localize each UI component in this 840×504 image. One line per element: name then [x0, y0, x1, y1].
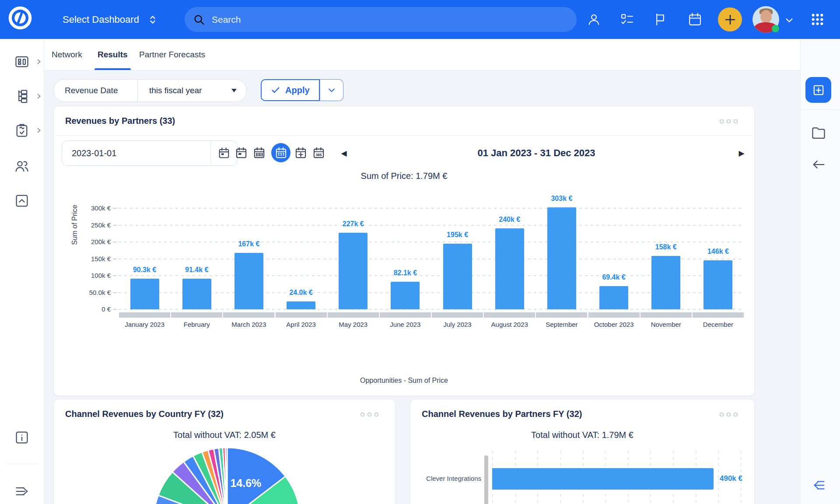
search-icon	[192, 13, 206, 26]
x-axis-band	[588, 312, 640, 318]
y-tick-mark	[113, 208, 117, 209]
hbar-gridline	[718, 451, 719, 504]
pie-slice-label: 14.6%	[230, 477, 261, 489]
chevron-down-icon	[327, 86, 336, 94]
gridline	[119, 259, 744, 259]
bar[interactable]	[651, 256, 680, 309]
x-axis-band	[640, 312, 692, 318]
dashboard-selector[interactable]: Select Dashboard	[63, 0, 158, 39]
contacts-icon[interactable]	[587, 12, 601, 27]
bar[interactable]	[234, 253, 263, 309]
card-title: Channel Revenues by Country FY (32)	[65, 409, 224, 419]
sidebar-item-contacts[interactable]	[0, 152, 44, 180]
card-menu-button[interactable]	[720, 413, 738, 416]
card-revenues-by-partners: Revenues by Partners (33)	[53, 106, 755, 396]
bar-value-label: 303k €	[536, 195, 588, 203]
bar[interactable]	[704, 260, 732, 309]
y-tick-label: 300k €	[54, 204, 111, 212]
tab-results[interactable]: Results	[98, 39, 128, 70]
apply-options-button[interactable]	[320, 79, 343, 101]
bar[interactable]	[287, 301, 315, 309]
bar-value-label: 69.4k €	[588, 273, 640, 281]
bar[interactable]	[339, 233, 368, 309]
folder-icon[interactable]	[811, 125, 826, 140]
hbar-value-label: 490k €	[720, 474, 742, 483]
tasks-icon[interactable]	[620, 12, 634, 27]
chevron-right-icon[interactable]	[36, 59, 42, 65]
bar-value-label: 24.0k €	[275, 289, 327, 297]
search-input[interactable]	[211, 14, 545, 25]
right-sidebar-divider	[801, 109, 840, 110]
gridline	[119, 208, 744, 209]
x-axis-band	[171, 312, 222, 318]
y-tick-label: 50.0k €	[54, 289, 111, 296]
x-tick-label: February	[171, 321, 223, 328]
x-tick-label: July 2023	[431, 321, 483, 328]
y-tick-mark	[113, 242, 117, 242]
gridline	[119, 242, 744, 242]
y-tick-label: 100k €	[54, 272, 111, 279]
x-tick-label: December	[692, 321, 744, 328]
hbar-category-label: Clever Integrations	[410, 475, 481, 482]
bar-value-label: 146k €	[692, 248, 744, 256]
flag-icon[interactable]	[653, 12, 668, 27]
date-filter-control[interactable]: Revenue Date this fiscal year	[53, 79, 247, 102]
filter-value-dropdown[interactable]: this fiscal year	[138, 86, 246, 95]
chevron-down-icon[interactable]	[784, 15, 794, 25]
sidebar-item-archive[interactable]	[0, 187, 44, 215]
tab-partner-forecasts[interactable]: Partner Forecasts	[139, 39, 205, 70]
x-tick-label: October 2023	[588, 321, 640, 328]
y-tick-mark	[113, 225, 117, 226]
collapse-panel-icon[interactable]	[811, 477, 826, 493]
bar[interactable]	[599, 286, 628, 309]
plus-icon	[723, 13, 737, 27]
x-axis-band	[223, 312, 274, 318]
bar-value-label: 240k €	[483, 216, 536, 224]
online-status-dot	[772, 25, 779, 32]
chevron-right-icon[interactable]	[36, 93, 42, 99]
people-icon	[14, 158, 30, 174]
pie-total-label: Total without VAT: 2.05M €	[54, 430, 395, 440]
add-new-button[interactable]	[718, 7, 742, 32]
dashboard-icon	[14, 54, 30, 70]
x-axis-band	[119, 312, 170, 318]
bar[interactable]	[495, 228, 524, 309]
y-tick-mark	[113, 259, 117, 259]
pie-chart: 14.6%	[54, 447, 395, 504]
card-channel-revenues-by-country: Channel Revenues by Country FY (32) Tota…	[53, 399, 396, 504]
chevron-right-icon[interactable]	[36, 127, 42, 133]
y-tick-mark	[113, 275, 117, 276]
clipboard-check-icon	[14, 122, 30, 138]
search-bar[interactable]	[185, 7, 577, 32]
arrow-left-icon[interactable]	[811, 157, 826, 172]
hbar-bar[interactable]	[492, 468, 714, 490]
apply-button[interactable]: Apply	[261, 79, 320, 101]
bar[interactable]	[182, 279, 211, 309]
bar[interactable]	[391, 282, 420, 309]
apps-grid-icon[interactable]	[810, 12, 825, 27]
bar-value-label: 167k €	[223, 240, 275, 248]
tab-network[interactable]: Network	[52, 39, 82, 70]
bar[interactable]	[130, 279, 159, 309]
brand-logo-icon[interactable]	[7, 5, 33, 31]
top-bar: Select Dashboard	[0, 0, 840, 39]
dropdown-caret-icon	[231, 89, 237, 92]
x-axis-band	[380, 312, 431, 318]
x-axis-band	[432, 312, 483, 318]
bar-value-label: 158k €	[640, 243, 692, 251]
apply-button-label: Apply	[285, 85, 310, 95]
box-chevron-up-icon	[14, 193, 30, 209]
y-tick-label: 250k €	[54, 221, 111, 229]
calendar-icon[interactable]	[688, 12, 702, 27]
new-record-button[interactable]	[805, 77, 831, 103]
card-title: Channel Revenues by Partners FY (32)	[422, 409, 582, 419]
bar[interactable]	[547, 207, 576, 309]
card-menu-button[interactable]	[360, 413, 378, 416]
y-tick-mark	[113, 309, 117, 310]
gridline	[119, 292, 744, 293]
sidebar-item-info[interactable]	[0, 424, 44, 452]
bar[interactable]	[443, 244, 472, 309]
x-tick-label: March 2023	[223, 321, 275, 328]
sidebar-expand-button[interactable]	[0, 477, 44, 504]
right-sidebar	[800, 39, 840, 504]
